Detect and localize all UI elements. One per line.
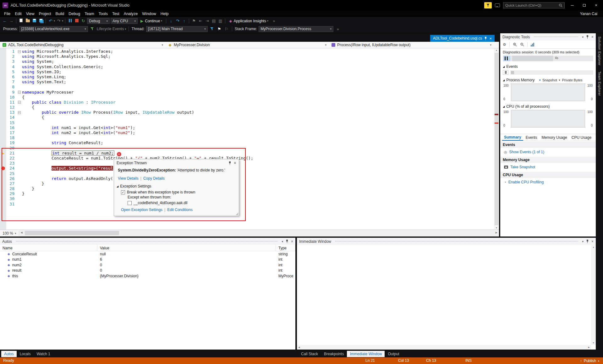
summary-action-link[interactable]: Take Snapshot [500, 163, 596, 171]
project-dropdown[interactable]: C ADL.Tool.CodeBehindDebugging [0, 42, 166, 48]
code-text[interactable]: using Microsoft.Analytics.Interfaces; [22, 49, 113, 54]
events-section-header[interactable]: Events [500, 63, 596, 69]
code-text[interactable]: { [22, 105, 34, 110]
menu-item-analyze[interactable]: Analyze [122, 12, 140, 16]
zoom-out-icon[interactable] [520, 42, 524, 46]
breakpoint-margin[interactable] [0, 202, 6, 207]
menu-item-team[interactable]: Team [82, 12, 96, 16]
menu-item-file[interactable]: File [2, 12, 13, 16]
fold-collapse-icon[interactable]: – [18, 111, 21, 114]
solution-platform-dropdown[interactable]: Any CPU [111, 18, 138, 24]
show-flagged-only-icon[interactable]: ⚐ [224, 27, 229, 31]
breakpoint-margin[interactable] [0, 105, 6, 110]
menu-item-build[interactable]: Build [53, 12, 66, 16]
menu-item-tools[interactable]: Tools [96, 12, 110, 16]
breakpoint-margin[interactable] [0, 64, 6, 69]
minimize-button[interactable]: ─ [568, 3, 577, 8]
lifecycle-events-icon[interactable] [90, 27, 95, 31]
code-text[interactable]: public class Division : IProcessor [22, 100, 115, 105]
pin-icon[interactable] [586, 240, 589, 243]
pin-icon[interactable] [228, 161, 231, 165]
stop-debugging-icon[interactable] [74, 19, 79, 23]
column-header-value[interactable]: Value [97, 245, 276, 251]
feedback-bubble-icon[interactable] [495, 3, 500, 7]
autos-tab-locals[interactable]: Locals [17, 351, 34, 357]
diagnostics-tab-cpu-usage[interactable]: CPU Usage [570, 135, 593, 140]
comment-icon[interactable]: ▤ [211, 19, 217, 23]
immediate-horizontal-scrollbar[interactable]: ◀ ▶ [297, 345, 591, 350]
uncomment-icon[interactable]: ▥ [217, 19, 223, 23]
breakpoint-margin[interactable] [0, 59, 6, 64]
code-text[interactable]: { [22, 115, 44, 120]
breakpoint-margin[interactable] [0, 74, 6, 79]
popup-resize-grip[interactable] [236, 213, 238, 215]
breakpoint-margin[interactable] [0, 54, 6, 59]
publish-button[interactable]: ↑ Publish ▴ [580, 357, 599, 364]
code-text[interactable]: using System.Text; [22, 79, 66, 84]
fold-collapse-icon[interactable]: – [18, 50, 21, 53]
copy-details-link[interactable]: Copy Details [143, 176, 165, 181]
diagnostics-timeline[interactable]: 4s [503, 56, 593, 61]
scroll-right-icon[interactable]: ▶ [588, 346, 590, 349]
breakpoint-margin[interactable] [0, 100, 6, 105]
scroll-up-icon[interactable]: ▲ [592, 246, 595, 248]
save-all-icon[interactable] [38, 19, 44, 23]
code-text[interactable]: public override IRow Process(IRow input,… [22, 110, 194, 115]
maximize-button[interactable] [580, 3, 589, 8]
scroll-down-icon[interactable]: ▼ [494, 227, 499, 229]
restart-icon[interactable]: ↻ [80, 19, 86, 23]
menu-item-debug[interactable]: Debug [66, 12, 82, 16]
breakpoint-margin[interactable] [0, 95, 6, 100]
code-text[interactable]: return output.AsReadOnly( [22, 176, 113, 181]
code-text[interactable]: using System.IO; [22, 69, 61, 74]
menu-item-test[interactable]: Test [110, 12, 122, 16]
bookmark-icon[interactable]: ⚑ [191, 19, 197, 23]
breakpoint-margin[interactable] [0, 130, 6, 135]
menu-item-window[interactable]: Window [140, 12, 158, 16]
redo-icon[interactable]: ↷ [56, 19, 62, 23]
thread-dropdown[interactable]: [16712] Main Thread [146, 26, 208, 32]
scrollbar-thumb[interactable] [25, 231, 119, 235]
autos-titlebar[interactable]: Autos [0, 238, 295, 245]
send-feedback-filter-icon[interactable] [484, 2, 492, 8]
filter-threads-icon[interactable] [209, 27, 215, 31]
window-position-icon[interactable] [582, 35, 584, 39]
code-text[interactable]: using System.Linq; [22, 74, 66, 79]
toolbar-overflow-icon[interactable]: » [335, 27, 341, 31]
quick-launch-input[interactable]: Quick Launch (Ctrl+Q) [503, 2, 565, 8]
summary-action-link[interactable]: Enable CPU Profiling [500, 178, 596, 186]
code-text[interactable]: using Microsoft.Analytics.Types.Sql; [22, 54, 111, 59]
breakpoint-margin[interactable] [0, 125, 6, 130]
module-checkbox[interactable] [128, 201, 132, 205]
immediate-vertical-scrollbar[interactable]: ▲ ▼ [591, 245, 596, 345]
code-text[interactable]: } [22, 186, 34, 191]
step-out-icon[interactable]: ↑ [181, 19, 187, 23]
diagnostics-tab-summary[interactable]: Summary [502, 134, 523, 141]
new-file-icon[interactable] [18, 19, 24, 23]
breakpoint-margin[interactable] [0, 49, 6, 54]
immediate-titlebar[interactable]: Immediate Window [297, 238, 596, 245]
breakpoint-margin[interactable] [0, 135, 6, 140]
scroll-up-icon[interactable]: ▲ [494, 49, 499, 51]
solution-configuration-dropdown[interactable]: Debug [87, 18, 110, 24]
autos-tab-watch-1[interactable]: Watch 1 [34, 351, 53, 357]
breakpoint-margin[interactable] [0, 166, 6, 171]
column-header-name[interactable]: Name [0, 245, 97, 251]
breakpoint-margin[interactable] [0, 156, 6, 161]
side-tab-team-explorer[interactable]: Team Explorer [598, 71, 601, 96]
fold-collapse-icon[interactable]: – [18, 101, 21, 104]
process-memory-section-header[interactable]: Process Memory ▼ Snapshot ▼ Private Byte… [500, 77, 596, 83]
navigate-back-icon[interactable]: ← [2, 19, 8, 23]
flag-threads-icon[interactable]: ⚑ [217, 27, 222, 31]
window-position-icon[interactable] [282, 240, 283, 243]
code-text[interactable]: } [22, 181, 44, 186]
open-exception-settings-link[interactable]: Open Exception Settings [121, 208, 162, 212]
breakpoint-margin[interactable] [0, 90, 6, 95]
diagnostics-tab-memory-usage[interactable]: Memory Usage [540, 135, 569, 140]
code-text[interactable]: int num2 = input.Get<int>("num2"); [22, 130, 135, 135]
diagnostic-tools-titlebar[interactable]: Diagnostic Tools [500, 33, 596, 41]
code-text[interactable]: int result = num1 / num2;× [22, 151, 121, 156]
window-position-icon[interactable] [582, 240, 584, 243]
breakpoint-margin[interactable] [0, 84, 6, 90]
code-text[interactable]: { [22, 95, 25, 100]
